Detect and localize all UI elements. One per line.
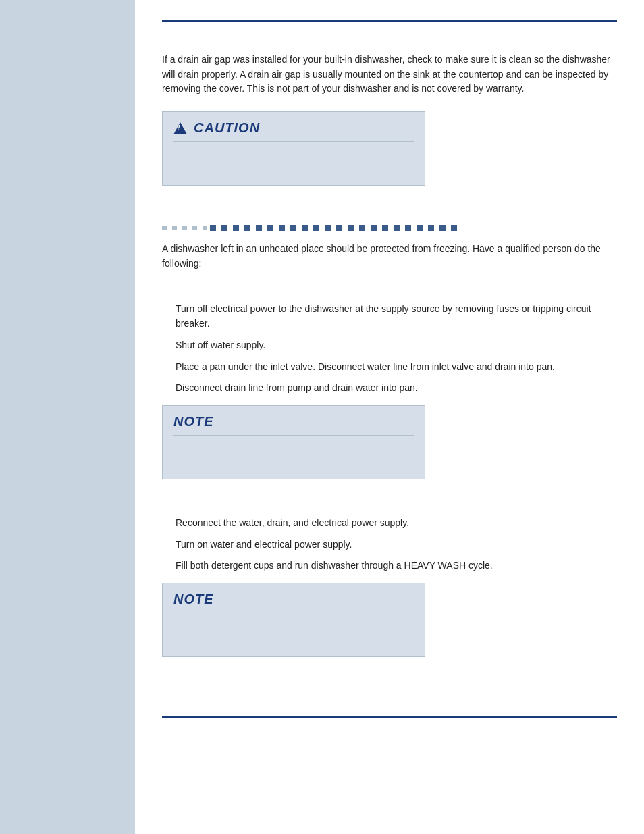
main-content: If a drain air gap was installed for you… xyxy=(135,0,644,834)
page-wrapper: If a drain air gap was installed for you… xyxy=(0,0,644,834)
note-2-title-text: NOTE xyxy=(173,592,214,607)
note-1-title: NOTE xyxy=(173,414,414,436)
step-4: Disconnect drain line from pump and drai… xyxy=(176,381,617,396)
note-1-title-text: NOTE xyxy=(173,414,214,429)
step-3: Place a pan under the inlet valve. Disco… xyxy=(176,360,617,375)
dots-right xyxy=(210,225,617,231)
freeze-protection-text: A dishwasher left in an unheated place s… xyxy=(162,242,617,271)
note-1-body xyxy=(173,441,414,468)
caution-body xyxy=(173,147,414,174)
top-rule xyxy=(162,20,617,22)
note-2-title: NOTE xyxy=(173,592,414,613)
caution-box: CAUTION xyxy=(162,111,425,186)
note-box-2: NOTE xyxy=(162,583,425,657)
caution-title-text: CAUTION xyxy=(194,120,260,136)
step-1: Turn off electrical power to the dishwas… xyxy=(176,302,617,331)
note-box-1: NOTE xyxy=(162,405,425,479)
steps-after-note: Reconnect the water, drain, and electric… xyxy=(176,516,617,573)
caution-title: CAUTION xyxy=(173,120,414,142)
step-6: Turn on water and electrical power suppl… xyxy=(176,538,617,552)
intro-paragraph: If a drain air gap was installed for you… xyxy=(162,53,617,97)
caution-icon xyxy=(173,122,187,134)
step-5: Reconnect the water, drain, and electric… xyxy=(176,516,617,531)
step-2: Shut off water supply. xyxy=(176,338,617,353)
dot-separator xyxy=(162,225,617,231)
step-7: Fill both detergent cups and run dishwas… xyxy=(176,558,617,573)
sidebar xyxy=(0,0,135,834)
bottom-rule xyxy=(162,716,617,718)
note-2-body xyxy=(173,619,414,646)
steps-before-note: Turn off electrical power to the dishwas… xyxy=(176,302,617,395)
dots-left xyxy=(162,226,207,230)
